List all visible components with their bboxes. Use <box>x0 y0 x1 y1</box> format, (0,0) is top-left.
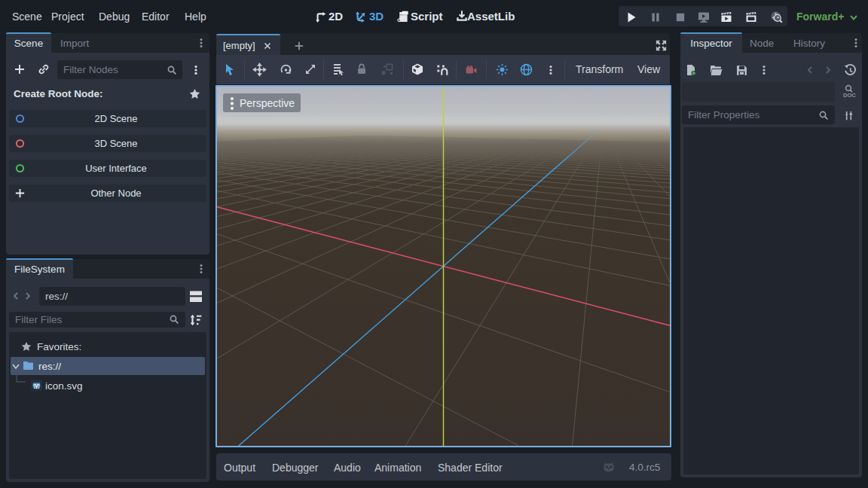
svg-text:DOC: DOC <box>843 92 856 99</box>
